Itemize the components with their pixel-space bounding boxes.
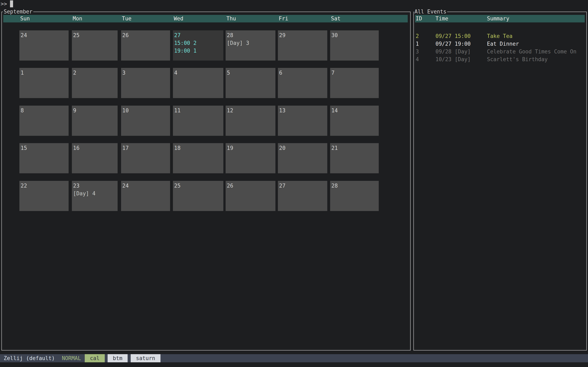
- events-panel-title: All Events: [414, 8, 447, 16]
- calendar-day-cell-w3-13[interactable]: 13: [278, 106, 327, 136]
- calendar-day-cell-w5-25[interactable]: 25: [173, 181, 223, 211]
- calendar-day-cell-w1-30[interactable]: 30: [330, 30, 379, 60]
- calendar-day-cell-w5-22[interactable]: 22: [19, 181, 69, 211]
- weekday-label-sun: Sun: [20, 15, 30, 22]
- day-event-entry: 19:00 1: [174, 47, 223, 55]
- calendar-day-cell-w4-21[interactable]: 21: [330, 143, 379, 173]
- event-row-4[interactable]: 4 10/23 [Day] Scarlett's Birthday: [414, 55, 586, 63]
- day-number: 24: [21, 32, 69, 39]
- event-time: 09/27 19:00: [435, 40, 471, 48]
- day-number: 10: [122, 107, 170, 114]
- events-column-header-summary: Summary: [487, 15, 509, 22]
- day-number: 4: [174, 69, 223, 77]
- event-row-2[interactable]: 2 09/27 15:00 Take Tea: [414, 32, 586, 40]
- event-summary: Scarlett's Birthday: [487, 55, 548, 63]
- calendar-day-cell-w2-3[interactable]: 3: [121, 68, 170, 98]
- day-number: 8: [21, 107, 69, 114]
- weekday-label-wed: Wed: [174, 15, 183, 22]
- day-number: 13: [279, 107, 327, 114]
- tab-saturn[interactable]: saturn: [131, 354, 160, 362]
- shell-prompt: >>: [1, 0, 7, 8]
- calendar-day-cell-w5-27[interactable]: 27: [278, 181, 327, 211]
- day-number: 15: [21, 144, 69, 152]
- calendar-day-cell-w3-14[interactable]: 14: [330, 106, 379, 136]
- event-id: 2: [416, 32, 419, 40]
- day-number: 1: [21, 69, 69, 77]
- day-number: 22: [21, 182, 69, 190]
- calendar-day-cell-w2-4[interactable]: 4: [173, 68, 223, 98]
- day-event-entry: 15:00 2: [174, 39, 223, 47]
- calendar-day-cell-w5-23[interactable]: 23 [Day] 4: [72, 181, 118, 211]
- event-summary: Eat Dinner: [487, 40, 519, 48]
- day-number: 2: [73, 69, 118, 77]
- day-number: 9: [73, 107, 118, 114]
- day-number: 19: [227, 144, 276, 152]
- calendar-day-cell-w1-24[interactable]: 24: [19, 30, 69, 60]
- calendar-day-cell-w2-2[interactable]: 2: [72, 68, 118, 98]
- event-row-1[interactable]: 1 09/27 19:00 Eat Dinner: [414, 40, 586, 48]
- day-event-entry: [Day] 4: [73, 190, 118, 197]
- weekday-label-mon: Mon: [73, 15, 82, 22]
- calendar-day-cell-w3-9[interactable]: 9: [72, 106, 118, 136]
- day-number: 25: [174, 182, 223, 190]
- calendar-day-cell-w1-25[interactable]: 25: [72, 30, 118, 60]
- calendar-day-cell-w3-11[interactable]: 11: [173, 106, 223, 136]
- day-event-entry: [Day] 3: [227, 39, 276, 47]
- calendar-day-cell-w1-29[interactable]: 29: [278, 30, 327, 60]
- event-summary: Take Tea: [487, 32, 512, 40]
- tab-btm[interactable]: btm: [108, 354, 128, 362]
- day-number: 28: [227, 32, 276, 39]
- tab-cal[interactable]: cal: [85, 354, 105, 362]
- events-column-header-id: ID: [416, 15, 422, 22]
- event-id: 1: [416, 40, 419, 48]
- calendar-day-cell-w1-26[interactable]: 26: [121, 30, 170, 60]
- calendar-panel-title: September: [3, 8, 33, 16]
- calendar-day-cell-w2-5[interactable]: 5: [226, 68, 276, 98]
- weekday-label-thu: Thu: [226, 15, 236, 22]
- day-number: 27: [174, 32, 223, 39]
- calendar-day-cell-w4-17[interactable]: 17: [121, 143, 170, 173]
- day-number: 21: [331, 144, 379, 152]
- day-number: 24: [122, 182, 170, 190]
- day-number: 5: [227, 69, 276, 77]
- day-number: 26: [227, 182, 276, 190]
- calendar-day-cell-w4-20[interactable]: 20: [278, 143, 327, 173]
- day-number: 29: [279, 32, 327, 39]
- calendar-day-cell-w4-18[interactable]: 18: [173, 143, 223, 173]
- mode-indicator: NORMAL: [62, 354, 81, 362]
- calendar-panel: September SunMonTueWedThuFriSat 24 25 26…: [1, 12, 411, 350]
- calendar-day-cell-w2-1[interactable]: 1: [19, 68, 69, 98]
- calendar-day-cell-w3-12[interactable]: 12: [226, 106, 276, 136]
- event-time: 10/23 [Day]: [435, 55, 471, 63]
- day-number: 26: [122, 32, 170, 39]
- calendar-day-cell-w2-7[interactable]: 7: [330, 68, 379, 98]
- calendar-day-cell-w1-27[interactable]: 27 15:00 219:00 1: [173, 30, 223, 60]
- calendar-day-cell-w1-28[interactable]: 28 [Day] 3: [226, 30, 276, 60]
- calendar-day-cell-w5-24[interactable]: 24: [121, 181, 170, 211]
- calendar-day-cell-w3-10[interactable]: 10: [121, 106, 170, 136]
- day-number: 18: [174, 144, 223, 152]
- calendar-day-cell-w5-28[interactable]: 28: [330, 181, 379, 211]
- calendar-weekday-header-band: [3, 15, 408, 22]
- calendar-day-cell-w4-19[interactable]: 19: [226, 143, 276, 173]
- event-id: 3: [416, 48, 419, 55]
- day-number: 11: [174, 107, 223, 114]
- day-number: 7: [331, 69, 379, 77]
- events-column-header-time: Time: [435, 15, 448, 22]
- calendar-day-cell-w4-15[interactable]: 15: [19, 143, 69, 173]
- calendar-day-cell-w3-8[interactable]: 8: [19, 106, 69, 136]
- terminal-cursor[interactable]: [10, 0, 13, 7]
- day-number: 6: [279, 69, 327, 77]
- weekday-label-fri: Fri: [279, 15, 288, 22]
- calendar-day-cell-w2-6[interactable]: 6: [278, 68, 327, 98]
- event-row-3[interactable]: 3 09/28 [Day] Celebrate Good Times Come …: [414, 48, 586, 55]
- day-number: 23: [73, 182, 118, 190]
- calendar-day-cell-w5-26[interactable]: 26: [226, 181, 276, 211]
- day-number: 14: [331, 107, 379, 114]
- calendar-day-cell-w4-16[interactable]: 16: [72, 143, 118, 173]
- weekday-label-tue: Tue: [122, 15, 131, 22]
- day-number: 17: [122, 144, 170, 152]
- events-panel: All Events IDTimeSummary 2 09/27 15:00 T…: [414, 12, 587, 350]
- day-number: 16: [73, 144, 118, 152]
- event-time: 09/27 15:00: [435, 32, 471, 40]
